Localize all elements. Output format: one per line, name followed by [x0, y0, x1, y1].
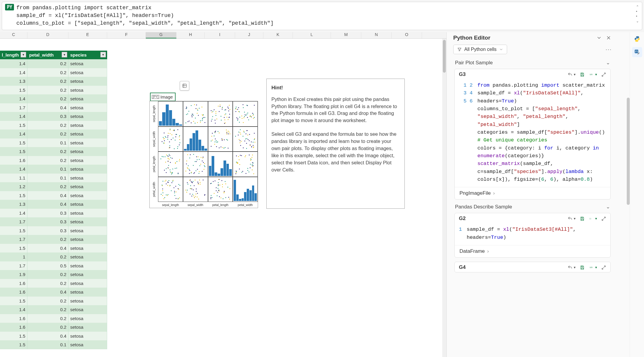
data-table[interactable]: l_length▾petal_width▾species▾ 1.40.2seto… — [0, 51, 107, 349]
table-cell[interactable]: setosa — [68, 340, 107, 349]
formula-bar[interactable]: PY from pandas.plotting import scatter_m… — [2, 2, 642, 30]
table-cell[interactable]: setosa — [68, 270, 107, 279]
save-icon[interactable] — [580, 265, 585, 270]
table-cell[interactable]: 0.2 — [27, 279, 68, 288]
table-row[interactable]: 1.50.2setosa — [0, 147, 107, 156]
panel-scroll-thumb[interactable] — [627, 98, 630, 205]
table-cell[interactable]: 0.4 — [27, 288, 68, 297]
table-header[interactable]: l_length▾ — [0, 51, 27, 59]
table-cell[interactable]: setosa — [68, 130, 107, 138]
table-cell[interactable]: 0.2 — [27, 314, 68, 323]
table-row[interactable]: 1.60.2setosa — [0, 323, 107, 332]
table-row[interactable]: 1.40.3setosa — [0, 209, 107, 218]
table-cell[interactable]: setosa — [68, 200, 107, 209]
table-cell[interactable]: setosa — [68, 235, 107, 244]
vertical-scrollbar[interactable] — [442, 39, 446, 357]
column-header-c[interactable]: C — [0, 32, 27, 38]
table-cell[interactable]: setosa — [68, 112, 107, 121]
table-row[interactable]: 1.40.2setosa — [0, 68, 107, 77]
table-cell[interactable]: 0.4 — [27, 200, 68, 209]
table-cell[interactable]: 0.3 — [27, 209, 68, 218]
more-icon[interactable]: ··· — [606, 46, 612, 53]
table-cell[interactable]: setosa — [68, 252, 107, 261]
table-cell[interactable]: 1.5 — [0, 332, 27, 341]
python-editor-rail-icon[interactable]: PY — [632, 47, 642, 57]
undo-icon[interactable]: ▾ — [568, 265, 576, 270]
chevron-down-icon[interactable]: ⌄ — [606, 204, 610, 210]
table-cell[interactable]: 1.6 — [0, 314, 27, 323]
undo-icon[interactable]: ▾ — [568, 72, 576, 77]
panel-scrollbar[interactable] — [627, 48, 630, 355]
table-cell[interactable]: setosa — [68, 59, 107, 68]
table-cell[interactable]: 0.4 — [27, 103, 68, 112]
expand-icon[interactable] — [601, 216, 606, 221]
table-cell[interactable]: 1.4 — [0, 112, 27, 121]
table-cell[interactable]: 1.7 — [0, 261, 27, 270]
table-cell[interactable]: 0.2 — [27, 130, 68, 138]
table-cell[interactable]: 1.4 — [0, 305, 27, 314]
table-cell[interactable]: 1.7 — [0, 235, 27, 244]
column-header-n[interactable]: N — [361, 32, 392, 38]
table-row[interactable]: 10.2setosa — [0, 252, 107, 261]
table-cell[interactable]: 1.3 — [0, 77, 27, 86]
table-cell[interactable]: setosa — [68, 86, 107, 95]
table-cell[interactable]: 1.4 — [0, 59, 27, 68]
table-cell[interactable]: 0.2 — [27, 235, 68, 244]
cell-ref[interactable]: G4 — [459, 264, 466, 270]
column-header-g[interactable]: G — [146, 32, 176, 38]
table-row[interactable]: 1.50.4setosa — [0, 191, 107, 200]
pair-plot-image[interactable]: sepal_lengthsepal_widthpetal_lengthpetal… — [149, 101, 258, 208]
insert-data-icon[interactable] — [180, 81, 189, 91]
scroll-thumb[interactable] — [443, 40, 446, 73]
table-cell[interactable]: 0.2 — [27, 323, 68, 332]
chevron-down-icon[interactable]: ⌄ — [606, 60, 610, 66]
formula-expand-controls[interactable]: ⌃ • • ⌄ — [636, 5, 639, 23]
table-cell[interactable]: setosa — [68, 182, 107, 191]
table-cell[interactable]: 1.3 — [0, 200, 27, 209]
table-cell[interactable]: 1.5 — [0, 86, 27, 95]
spreadsheet-grid[interactable]: CDEFGHIJKLMNO l_length▾petal_width▾speci… — [0, 32, 446, 357]
undo-icon[interactable]: ▾ — [568, 216, 576, 221]
table-cell[interactable]: setosa — [68, 94, 107, 103]
table-cell[interactable]: setosa — [68, 288, 107, 297]
table-cell[interactable]: setosa — [68, 244, 107, 253]
table-cell[interactable]: 0.3 — [27, 112, 68, 121]
table-row[interactable]: 1.30.2setosa — [0, 77, 107, 86]
cell-ref[interactable]: G3 — [459, 71, 466, 77]
table-cell[interactable]: setosa — [68, 165, 107, 174]
code-block[interactable]: 1 sample_df = xl("IrisDataSet3[#All]", h… — [455, 223, 610, 245]
table-cell[interactable]: 0.2 — [27, 59, 68, 68]
table-cell[interactable]: 0.3 — [27, 226, 68, 235]
table-cell[interactable]: 1.4 — [0, 165, 27, 174]
table-cell[interactable]: 0.2 — [27, 297, 68, 305]
code-block[interactable]: 1 2 3 4 5 6 from pandas.plotting import … — [455, 79, 610, 187]
table-cell[interactable]: 0.1 — [27, 174, 68, 183]
table-cell[interactable]: setosa — [68, 226, 107, 235]
table-cell[interactable]: setosa — [68, 138, 107, 147]
table-cell[interactable]: 1.5 — [0, 191, 27, 200]
table-row[interactable]: 1.40.2setosa — [0, 94, 107, 103]
table-row[interactable]: 1.70.2setosa — [0, 235, 107, 244]
table-cell[interactable]: 1.4 — [0, 68, 27, 77]
table-row[interactable]: 1.50.2setosa — [0, 297, 107, 305]
table-row[interactable]: 1.50.1setosa — [0, 138, 107, 147]
table-row[interactable]: 1.20.2setosa — [0, 182, 107, 191]
column-header-d[interactable]: D — [27, 32, 68, 38]
table-cell[interactable]: 1.6 — [0, 279, 27, 288]
expand-icon[interactable] — [601, 72, 606, 77]
table-cell[interactable]: setosa — [68, 297, 107, 305]
table-cell[interactable]: setosa — [68, 314, 107, 323]
table-row[interactable]: 1.40.2setosa — [0, 305, 107, 314]
chevron-down-icon[interactable] — [596, 35, 602, 41]
table-cell[interactable]: 1.2 — [0, 182, 27, 191]
output-type[interactable]: PngImageFile› — [455, 187, 610, 199]
table-cell[interactable]: 1.7 — [0, 103, 27, 112]
table-cell[interactable]: 1.9 — [0, 270, 27, 279]
table-cell[interactable]: 0.2 — [27, 94, 68, 103]
table-cell[interactable]: 1.1 — [0, 174, 27, 183]
table-cell[interactable]: setosa — [68, 156, 107, 165]
python-cells-filter[interactable]: All Python cells — [453, 45, 507, 54]
table-cell[interactable]: 0.4 — [27, 332, 68, 341]
table-cell[interactable]: setosa — [68, 323, 107, 332]
table-row[interactable]: 1.90.2setosa — [0, 270, 107, 279]
